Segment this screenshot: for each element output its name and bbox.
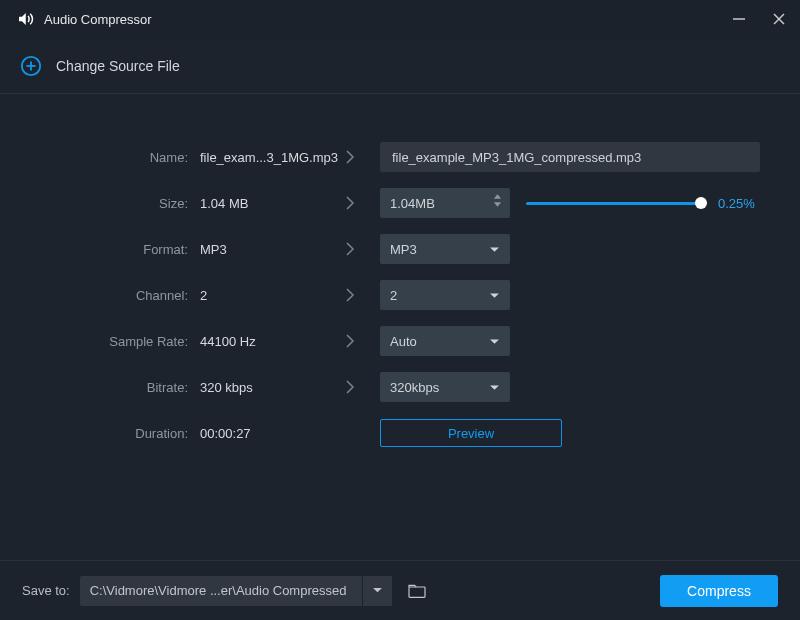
channel-label: Channel: xyxy=(24,288,200,303)
format-label: Format: xyxy=(24,242,200,257)
bitrate-select-value: 320kbps xyxy=(390,380,439,395)
change-source-label: Change Source File xyxy=(56,58,180,74)
chevron-down-icon xyxy=(489,334,500,349)
open-folder-button[interactable] xyxy=(402,576,432,606)
slider-thumb[interactable] xyxy=(695,197,707,209)
bitrate-label: Bitrate: xyxy=(24,380,200,395)
saveto-label: Save to: xyxy=(22,583,70,598)
chevron-down-icon xyxy=(489,242,500,257)
size-spinner[interactable]: 1.04MB xyxy=(380,188,510,218)
spinner-down-icon[interactable] xyxy=(493,201,502,209)
arrow-icon xyxy=(320,287,380,303)
arrow-icon xyxy=(320,241,380,257)
format-select-value: MP3 xyxy=(390,242,417,257)
size-slider[interactable] xyxy=(526,202,702,205)
folder-icon xyxy=(407,583,427,599)
change-source-bar[interactable]: Change Source File xyxy=(0,38,800,94)
settings-form: Name: file_exam...3_1MG.mp3 Size: 1.04 M… xyxy=(0,94,800,456)
size-input-value: 1.04 MB xyxy=(200,196,320,211)
arrow-icon xyxy=(320,379,380,395)
plus-circle-icon xyxy=(20,55,42,77)
chevron-down-icon xyxy=(489,380,500,395)
window-controls xyxy=(730,0,788,38)
chevron-down-icon xyxy=(372,587,383,594)
chevron-down-icon xyxy=(489,288,500,303)
channel-select-value: 2 xyxy=(390,288,397,303)
save-path-value: C:\Vidmore\Vidmore ...er\Audio Compresse… xyxy=(90,583,347,598)
compress-button[interactable]: Compress xyxy=(660,575,778,607)
bitrate-select[interactable]: 320kbps xyxy=(380,372,510,402)
format-select[interactable]: MP3 xyxy=(380,234,510,264)
channel-select[interactable]: 2 xyxy=(380,280,510,310)
compress-label: Compress xyxy=(687,583,751,599)
format-input-value: MP3 xyxy=(200,242,320,257)
save-path-dropdown[interactable] xyxy=(362,576,392,606)
close-button[interactable] xyxy=(770,10,788,28)
channel-input-value: 2 xyxy=(200,288,320,303)
bottom-bar: Save to: C:\Vidmore\Vidmore ...er\Audio … xyxy=(0,560,800,620)
name-input-value: file_exam...3_1MG.mp3 xyxy=(200,150,320,165)
preview-button[interactable]: Preview xyxy=(380,419,562,447)
save-path-field[interactable]: C:\Vidmore\Vidmore ...er\Audio Compresse… xyxy=(80,576,362,606)
arrow-icon xyxy=(320,149,380,165)
arrow-icon xyxy=(320,195,380,211)
minimize-button[interactable] xyxy=(730,10,748,28)
spinner-up-icon[interactable] xyxy=(493,192,502,200)
duration-value: 00:00:27 xyxy=(200,426,320,441)
sample-rate-label: Sample Rate: xyxy=(24,334,200,349)
svg-rect-7 xyxy=(409,587,425,597)
svg-marker-0 xyxy=(19,13,26,25)
app-title: Audio Compressor xyxy=(44,12,152,27)
bitrate-input-value: 320 kbps xyxy=(200,380,320,395)
preview-label: Preview xyxy=(448,426,494,441)
sample-rate-input-value: 44100 Hz xyxy=(200,334,320,349)
arrow-icon xyxy=(320,333,380,349)
output-filename-input[interactable] xyxy=(380,142,760,172)
sample-rate-select-value: Auto xyxy=(390,334,417,349)
size-output-value: 1.04MB xyxy=(390,196,435,211)
sample-rate-select[interactable]: Auto xyxy=(380,326,510,356)
app-volume-icon xyxy=(16,10,34,28)
size-label: Size: xyxy=(24,196,200,211)
titlebar: Audio Compressor xyxy=(0,0,800,38)
duration-label: Duration: xyxy=(24,426,200,441)
name-label: Name: xyxy=(24,150,200,165)
size-percent: 0.25% xyxy=(718,196,755,211)
